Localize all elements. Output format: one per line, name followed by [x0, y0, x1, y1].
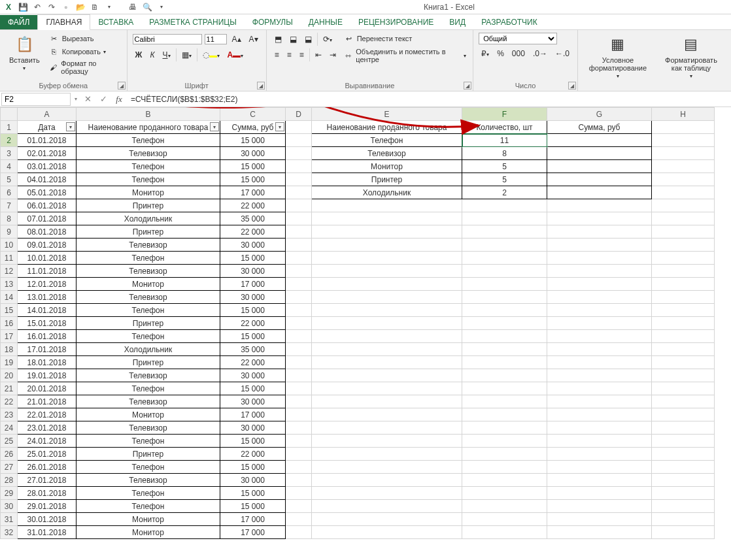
row-header-20[interactable]: 20 [1, 369, 18, 382]
formula-input[interactable]: =СЧЁТЕСЛИ($B$1:$B$32;E2) [127, 93, 731, 105]
cell-C26[interactable]: 22 000 [220, 448, 286, 461]
cell-H9[interactable] [652, 225, 715, 239]
align-left-icon[interactable]: ≡ [272, 48, 282, 61]
cell-H3[interactable] [652, 147, 715, 160]
cell-D17[interactable] [286, 330, 312, 343]
cell-D3[interactable] [286, 147, 312, 160]
cell-F21[interactable] [462, 382, 547, 395]
cell-A28[interactable]: 27.01.2018 [18, 474, 76, 487]
cell-G21[interactable] [547, 382, 652, 395]
cell-B29[interactable]: Телефон [76, 487, 220, 500]
row-header-4[interactable]: 4 [1, 160, 18, 173]
cell-A26[interactable]: 25.01.2018 [18, 448, 76, 461]
row-header-11[interactable]: 11 [1, 252, 18, 265]
tab-разметка-страницы[interactable]: РАЗМЕТКА СТРАНИЦЫ [141, 15, 245, 29]
cell-E25[interactable] [312, 435, 462, 448]
cell-F17[interactable] [462, 330, 547, 343]
cell-B24[interactable]: Телевизор [76, 421, 220, 435]
cell-E13[interactable] [312, 278, 462, 291]
format-painter-button[interactable]: 🖌Формат по образцу [48, 59, 122, 76]
cell-A25[interactable]: 24.01.2018 [18, 435, 76, 448]
row-header-9[interactable]: 9 [1, 225, 18, 239]
cell-C2[interactable]: 15 000 [220, 134, 286, 147]
cell-A19[interactable]: 18.01.2018 [18, 356, 76, 369]
cell-A2[interactable]: 01.01.2018 [18, 134, 76, 147]
cell-D2[interactable] [286, 134, 312, 147]
cell-C14[interactable]: 30 000 [220, 291, 286, 304]
col-header-A[interactable]: A [18, 108, 76, 121]
cell-D32[interactable] [286, 526, 312, 539]
cell-E27[interactable] [312, 461, 462, 474]
cell-B4[interactable]: Телефон [76, 160, 220, 173]
cell-D18[interactable] [286, 343, 312, 356]
cell-H19[interactable] [652, 356, 715, 369]
cell-B12[interactable]: Телевизор [76, 265, 220, 278]
cell-F9[interactable] [462, 225, 547, 239]
cell-A27[interactable]: 26.01.2018 [18, 461, 76, 474]
cell-C28[interactable]: 30 000 [220, 474, 286, 487]
cell-F5[interactable]: 5 [462, 173, 547, 186]
cell-D14[interactable] [286, 291, 312, 304]
cell-B30[interactable]: Телефон [76, 500, 220, 513]
row-header-10[interactable]: 10 [1, 239, 18, 252]
dropdown-icon[interactable]: ▾ [103, 1, 115, 13]
cell-A16[interactable]: 15.01.2018 [18, 317, 76, 330]
row-header-32[interactable]: 32 [1, 526, 18, 539]
align-top-icon[interactable]: ⬒ [272, 33, 284, 46]
new-icon[interactable]: ▫ [60, 1, 72, 13]
cell-D9[interactable] [286, 225, 312, 239]
row-header-19[interactable]: 19 [1, 356, 18, 369]
cell-C23[interactable]: 17 000 [220, 408, 286, 421]
percent-icon[interactable]: % [494, 47, 507, 60]
clipboard-dialog-launch[interactable]: ◢ [118, 82, 126, 90]
cell-G24[interactable] [547, 421, 652, 435]
cell-D21[interactable] [286, 382, 312, 395]
cell-B25[interactable]: Телефон [76, 435, 220, 448]
cell-E17[interactable] [312, 330, 462, 343]
merge-center-button[interactable]: ⇿Объединить и поместить в центре▾ [343, 47, 468, 64]
cell-E3[interactable]: Телевизор [312, 147, 462, 160]
filter-icon[interactable]: ▾ [210, 122, 219, 131]
cell-D22[interactable] [286, 395, 312, 408]
cell-G23[interactable] [547, 408, 652, 421]
cell-D25[interactable] [286, 435, 312, 448]
cell-H17[interactable] [652, 330, 715, 343]
preview-icon[interactable]: 🔍 [141, 1, 153, 13]
undo-icon[interactable]: ↶ [31, 1, 43, 13]
cell-A21[interactable]: 20.01.2018 [18, 382, 76, 395]
col-header-G[interactable]: G [547, 108, 652, 121]
row-header-27[interactable]: 27 [1, 461, 18, 474]
cell-A17[interactable]: 16.01.2018 [18, 330, 76, 343]
cell-E6[interactable]: Холодильник [312, 186, 462, 199]
cell-F13[interactable] [462, 278, 547, 291]
open-icon[interactable]: 📂 [75, 1, 86, 13]
cell-E26[interactable] [312, 448, 462, 461]
number-format-combo[interactable]: Общий [479, 33, 557, 44]
cell-A8[interactable]: 07.01.2018 [18, 212, 76, 225]
row-header-13[interactable]: 13 [1, 278, 18, 291]
cell-G11[interactable] [547, 252, 652, 265]
borders-button[interactable]: ▦▾ [179, 48, 194, 61]
cell-B6[interactable]: Монитор [76, 186, 220, 199]
cell-B23[interactable]: Монитор [76, 408, 220, 421]
cell-H25[interactable] [652, 435, 715, 448]
number-dialog-launch[interactable]: ◢ [568, 82, 576, 90]
cell-C13[interactable]: 17 000 [220, 278, 286, 291]
name-box-dropdown-icon[interactable]: ▾ [72, 96, 80, 102]
underline-button[interactable]: Ч▾ [160, 48, 173, 61]
cell-G12[interactable] [547, 265, 652, 278]
bold-button[interactable]: Ж [133, 48, 145, 61]
wrap-text-button[interactable]: ↩Перенести текст [343, 33, 468, 44]
cell-F32[interactable] [462, 526, 547, 539]
format-as-table-button[interactable]: ▤ Форматировать как таблицу▾ [656, 33, 726, 80]
row-header-28[interactable]: 28 [1, 474, 18, 487]
row-header-7[interactable]: 7 [1, 199, 18, 212]
dec-decimal-icon[interactable]: ←.0 [552, 47, 572, 60]
cell-D7[interactable] [286, 199, 312, 212]
cell-G7[interactable] [547, 199, 652, 212]
row-header-26[interactable]: 26 [1, 448, 18, 461]
col-header-D[interactable]: D [286, 108, 312, 121]
cell-H26[interactable] [652, 448, 715, 461]
row-header-22[interactable]: 22 [1, 395, 18, 408]
cell-H14[interactable] [652, 291, 715, 304]
